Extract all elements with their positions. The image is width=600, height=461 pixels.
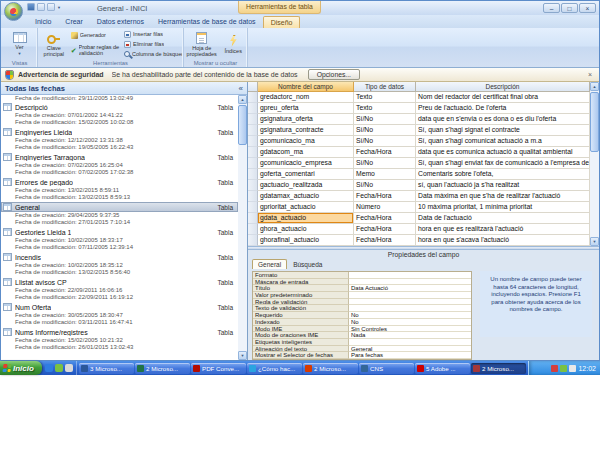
field-name-cell[interactable]: gdatamax_actuacio [258,191,354,202]
field-name-cell[interactable]: gdatacom_ma [258,147,354,158]
data-type-cell[interactable]: Fecha/Hora [354,224,416,235]
row-selector[interactable] [248,92,258,103]
property-value[interactable]: Nada [349,332,471,339]
undo-icon[interactable] [37,3,45,11]
data-type-cell[interactable]: Sí/No [354,125,416,136]
delete-rows-button[interactable]: Eliminar filas [124,41,182,48]
ribbon-tab-herramientas-bd[interactable]: Herramientas de base de datos [151,16,263,28]
security-tray-icon[interactable] [551,365,558,372]
property-row[interactable]: Formato [253,272,471,279]
field-name-cell[interactable]: gcomunicacio_ma [258,136,354,147]
field-name-cell[interactable]: gactuacio_realitzada [258,180,354,191]
nav-scrollbar[interactable]: ▲ ▼ [238,95,247,360]
office-button[interactable] [4,2,23,21]
data-type-cell[interactable]: Texto [354,92,416,103]
property-row[interactable]: Valor predeterminado [253,292,471,299]
scroll-down-icon[interactable]: ▼ [590,237,599,246]
data-type-cell[interactable]: Fecha/Hora [354,191,416,202]
property-value[interactable]: Sin Controles [349,326,471,333]
property-value[interactable]: Para fechas [349,352,471,359]
row-selector[interactable] [248,169,258,180]
description-cell[interactable]: Sí, quan s'hagi comunicat actuació a m.a [416,136,590,147]
clock[interactable]: 12:02 [578,365,596,372]
row-selector[interactable] [248,213,258,224]
data-type-cell[interactable]: Número [354,202,416,213]
start-button[interactable]: Inicio [0,361,42,375]
description-cell[interactable]: Sí, quan s'hagi enviat fax de comunicaci… [416,158,590,169]
options-button[interactable]: Opciones... [308,69,360,80]
scroll-up-icon[interactable]: ▲ [238,95,247,104]
list-item[interactable]: Enginyeries TarragonaTabla Fecha de crea… [1,152,238,177]
description-cell[interactable]: Comentaris sobre l'ofeta, [416,169,590,180]
lookup-column-button[interactable]: Columna de búsqueda [124,51,182,57]
data-type-cell[interactable]: Fecha/Hora [354,235,416,246]
field-name-cell[interactable]: ghorafinal_actuacio [258,235,354,246]
scroll-thumb[interactable] [590,92,599,152]
property-value[interactable] [349,272,471,279]
description-cell[interactable]: Sí, quan s'hagi signat el contracte [416,125,590,136]
property-row[interactable]: Alineación del textoGeneral [253,346,471,353]
grid-scrollbar[interactable]: ▲ ▼ [590,82,599,246]
ribbon-tab-datos-externos[interactable]: Datos externos [90,16,151,28]
row-selector[interactable] [248,125,258,136]
row-selector[interactable] [248,224,258,235]
row-selector[interactable] [248,191,258,202]
test-validation-rules-button[interactable]: ✔ Probar reglas de validación [71,44,122,56]
quick-launch-icon[interactable] [65,364,73,372]
data-type-cell[interactable]: Sí/No [354,136,416,147]
row-selector[interactable] [248,103,258,114]
data-type-cell[interactable]: Texto [354,103,416,114]
taskbar-button[interactable]: 5 Adobe ... [415,363,470,374]
collapse-pane-icon[interactable]: « [239,84,243,93]
scroll-down-icon[interactable]: ▼ [238,351,247,360]
taskbar-button[interactable]: 2 Microso... [303,363,358,374]
list-item[interactable]: Gestories Lleida 1Tabla Fecha de creació… [1,227,238,252]
taskbar-button[interactable]: PDF Conve... [191,363,246,374]
row-selector[interactable] [248,147,258,158]
close-button[interactable]: × [579,3,596,13]
field-name-cell-active[interactable]: gdata_actuacio [258,213,354,224]
message-bar-close-icon[interactable]: × [588,71,592,78]
property-value[interactable] [349,305,471,312]
row-selector[interactable] [248,202,258,213]
description-cell[interactable]: Data de l'actuació [416,213,590,224]
property-sheet-button[interactable]: Hoja de propiedades [185,32,218,57]
property-value[interactable] [349,292,471,299]
update-tray-icon[interactable] [560,365,567,372]
property-row[interactable]: Modo de oraciones IMENada [253,332,471,339]
browser-icon[interactable] [45,364,53,372]
primary-key-button[interactable]: Clave principal [39,29,69,59]
scroll-up-icon[interactable]: ▲ [590,82,599,91]
property-value[interactable]: No [349,319,471,326]
description-cell[interactable]: hora en que es realitzarà l'actuació [416,224,590,235]
insert-rows-button[interactable]: Insertar filas [124,31,182,38]
property-row[interactable]: TítuloData Actuació [253,285,471,292]
volume-icon[interactable] [569,365,576,372]
property-row[interactable]: Regla de validación [253,299,471,306]
property-row[interactable]: Etiquetas inteligentes [253,339,471,346]
data-type-cell[interactable]: Sí/No [354,158,416,169]
property-value[interactable] [349,339,471,346]
show-desktop-icon[interactable] [55,364,63,372]
property-value[interactable]: General [349,346,471,353]
navigation-pane-header[interactable]: Todas las fechas « [1,82,247,95]
description-cell[interactable]: sí, quan l'actuació ja s'ha realitzat [416,180,590,191]
property-row[interactable]: RequeridoNo [253,312,471,319]
taskbar-button[interactable]: 3 Microso... [79,363,134,374]
description-cell[interactable]: hora en que s'acava l'actuació [416,235,590,246]
maximize-button[interactable]: □ [561,3,578,13]
property-row[interactable]: Mostrar el Selector de fechasPara fechas [253,352,471,359]
description-cell[interactable]: Data màxima en que s'ha de realitzar l'a… [416,191,590,202]
description-cell[interactable]: Nom del redactor del certificat final ob… [416,92,590,103]
property-value[interactable]: No [349,312,471,319]
list-item[interactable]: Enginyeries LleidaTabla Fecha de creació… [1,127,238,152]
description-cell[interactable]: data que es comunica actuació a qualitat… [416,147,590,158]
list-item[interactable]: Llistat avisos CPTabla Fecha de creación… [1,277,238,302]
scroll-thumb[interactable] [238,105,247,145]
row-selector[interactable] [248,114,258,125]
property-value[interactable]: Data Actuació [349,285,471,292]
row-selector[interactable] [248,158,258,169]
view-button[interactable]: Ver ▼ [13,32,27,56]
row-selector[interactable] [248,136,258,147]
list-item[interactable]: Nums Informe/registresTabla Fecha de cre… [1,327,238,352]
